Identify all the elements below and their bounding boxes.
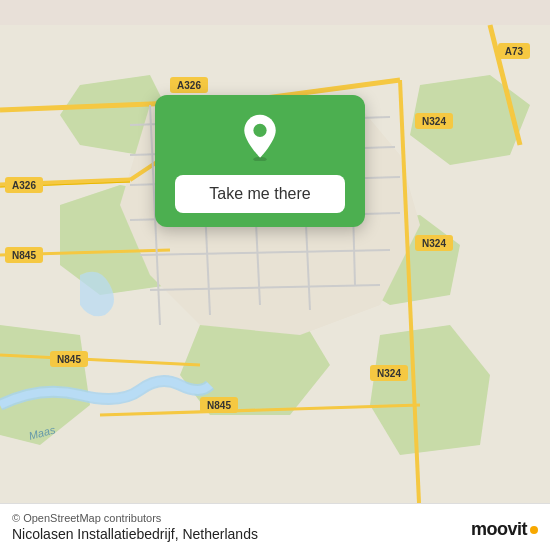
location-card[interactable]: Take me there	[155, 95, 365, 227]
bottom-info-bar: © OpenStreetMap contributors Nicolasen I…	[0, 503, 550, 550]
svg-text:A326: A326	[177, 80, 201, 91]
location-name-label: Nicolasen Installatiebedrijf, Netherland…	[12, 526, 538, 542]
svg-text:N324: N324	[422, 238, 446, 249]
svg-text:A326: A326	[12, 180, 36, 191]
svg-text:A73: A73	[505, 46, 524, 57]
map-background: A326 A73 A326 N324 N324 N324 N845 N845 N…	[0, 0, 550, 550]
svg-text:N324: N324	[422, 116, 446, 127]
svg-text:N845: N845	[207, 400, 231, 411]
map-attribution: © OpenStreetMap contributors	[12, 512, 538, 524]
location-pin-icon	[236, 113, 284, 161]
svg-point-51	[253, 124, 266, 137]
moovit-logo-dot	[530, 526, 538, 534]
moovit-logo-text: moovit	[471, 519, 527, 540]
svg-text:N845: N845	[12, 250, 36, 261]
svg-text:N845: N845	[57, 354, 81, 365]
take-me-there-button[interactable]: Take me there	[175, 175, 345, 213]
map-container: A326 A73 A326 N324 N324 N324 N845 N845 N…	[0, 0, 550, 550]
svg-text:N324: N324	[377, 368, 401, 379]
moovit-branding: moovit	[471, 519, 538, 540]
